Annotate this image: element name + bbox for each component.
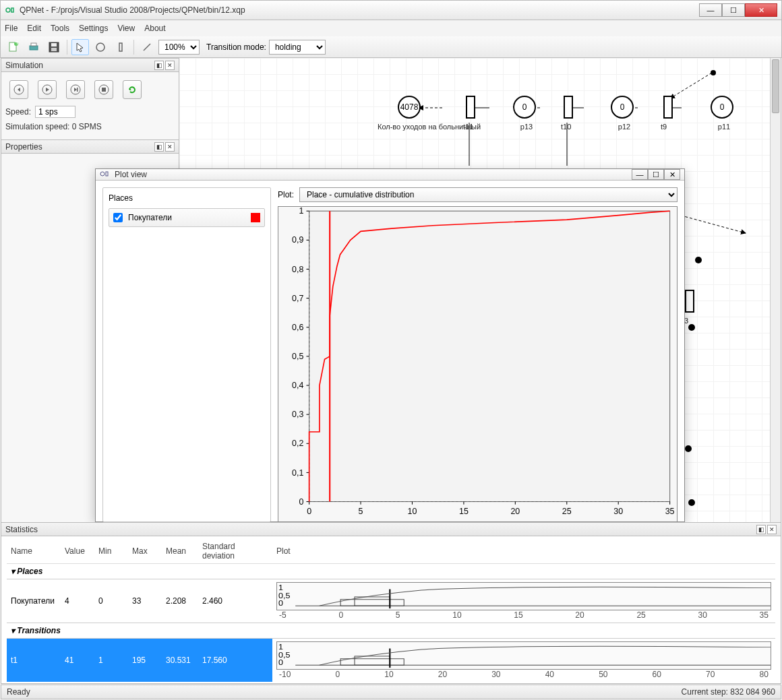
svg-point-31: [688, 324, 695, 331]
svg-point-33: [688, 499, 695, 506]
maximize-button[interactable]: ☐: [722, 3, 745, 17]
new-doc-icon[interactable]: +: [5, 39, 22, 55]
mini-plot[interactable]: 10,50: [276, 641, 771, 670]
minimize-button[interactable]: —: [699, 3, 722, 17]
svg-rect-35: [106, 172, 108, 176]
place-p11[interactable]: 0: [711, 96, 733, 119]
mini-plot[interactable]: 10,50: [276, 582, 771, 610]
plot-minimize-button[interactable]: —: [632, 169, 648, 180]
svg-point-30: [695, 257, 702, 263]
table-row[interactable]: Покупатели40332.2082.460 10,50 -50510152…: [7, 579, 775, 623]
svg-rect-11: [119, 43, 122, 51]
col-max[interactable]: Max: [128, 539, 162, 564]
svg-rect-18: [102, 88, 106, 92]
plot-maximize-button[interactable]: ☐: [648, 169, 664, 180]
undock-icon[interactable]: ◧: [154, 61, 164, 70]
svg-text:0: 0: [278, 658, 283, 667]
menu-view[interactable]: View: [117, 24, 135, 33]
col-name[interactable]: Name: [7, 539, 61, 564]
close-button[interactable]: ✕: [745, 3, 777, 17]
transition-tool-icon[interactable]: [112, 39, 129, 55]
menu-about[interactable]: About: [144, 24, 165, 33]
place-p12[interactable]: 0: [611, 96, 634, 119]
group-places[interactable]: ▾ Places: [7, 564, 775, 579]
play-button[interactable]: [38, 80, 57, 99]
transition-t9[interactable]: [663, 96, 673, 119]
arc-tool-icon[interactable]: [138, 39, 156, 55]
svg-rect-9: [51, 48, 57, 51]
simulation-title: Simulation: [5, 61, 43, 70]
chart-area[interactable]: 00,10,20,30,40,50,60,70,80,9105101520253…: [278, 206, 678, 522]
transition-t11[interactable]: [466, 96, 475, 119]
plot-view-window[interactable]: Plot view — ☐ ✕ Places Покупатели Plot: …: [95, 168, 685, 522]
svg-line-25: [670, 73, 712, 98]
svg-point-29: [711, 70, 716, 75]
svg-rect-5: [30, 46, 38, 50]
close-panel-icon[interactable]: ✕: [767, 525, 777, 534]
properties-title: Properties: [5, 142, 42, 152]
svg-text:+: +: [15, 41, 20, 47]
undock-icon[interactable]: ◧: [756, 525, 766, 534]
print-icon[interactable]: [25, 39, 42, 55]
speed-input[interactable]: [35, 106, 76, 118]
table-row-selected[interactable]: t141119530.53117.560 10,50 -100102030405…: [7, 639, 775, 682]
place-tool-icon[interactable]: [92, 39, 109, 55]
speed-label: Speed:: [5, 107, 31, 117]
step-forward-button[interactable]: [66, 80, 85, 99]
col-sd[interactable]: Standard deviation: [198, 539, 272, 564]
status-step: Current step: 832 084 960: [682, 687, 775, 697]
menu-file[interactable]: File: [5, 24, 18, 33]
titlebar: QPNet - F:/projs/Visual Studio 2008/Proj…: [0, 0, 782, 20]
place-p13[interactable]: 0: [513, 96, 536, 119]
app-icon: [5, 5, 16, 15]
place-p4078[interactable]: 4078: [398, 96, 421, 119]
col-plot[interactable]: Plot: [272, 539, 775, 564]
mini-axis: -505101520253035: [276, 610, 771, 620]
menu-settings[interactable]: Settings: [79, 24, 108, 33]
menu-tools[interactable]: Tools: [51, 24, 69, 33]
zoom-select[interactable]: 100%: [158, 40, 200, 55]
transition-label: t10: [561, 123, 571, 131]
col-value[interactable]: Value: [61, 539, 94, 564]
menu-edit[interactable]: Edit: [27, 24, 41, 33]
series-checkbox[interactable]: [113, 213, 123, 222]
col-mean[interactable]: Mean: [162, 539, 198, 564]
col-min[interactable]: Min: [94, 539, 128, 564]
statistics-panel: Statistics ◧ ✕ Name Value Min Max Mean S…: [1, 522, 781, 684]
series-item[interactable]: Покупатели: [109, 208, 265, 227]
svg-line-12: [144, 44, 150, 51]
sim-speed-text: Simulation speed: 0 SPMS: [5, 122, 102, 131]
svg-rect-89: [355, 656, 390, 665]
plot-view-title: Plot view: [115, 170, 632, 179]
svg-text:25: 25: [562, 507, 572, 516]
svg-text:15: 15: [459, 507, 469, 516]
undock-icon[interactable]: ◧: [154, 142, 164, 152]
svg-point-32: [685, 445, 692, 452]
transition-t3[interactable]: [685, 290, 694, 313]
close-panel-icon[interactable]: ✕: [165, 61, 175, 70]
place-label: p13: [493, 123, 560, 131]
transition-mode-select[interactable]: holding: [269, 40, 326, 55]
transition-t10[interactable]: [564, 96, 573, 119]
close-panel-icon[interactable]: ✕: [165, 142, 175, 152]
save-icon[interactable]: [45, 39, 63, 55]
plot-type-select[interactable]: Place - cumulative distribution: [299, 187, 678, 202]
plot-close-button[interactable]: ✕: [664, 169, 680, 180]
svg-point-0: [6, 8, 10, 12]
transition-mode-label: Transition mode:: [206, 42, 266, 52]
svg-text:0: 0: [278, 599, 283, 608]
refresh-button[interactable]: [123, 80, 142, 99]
group-transitions[interactable]: ▾ Transitions: [7, 623, 775, 639]
svg-text:30: 30: [613, 507, 623, 516]
svg-text:0,7: 0,7: [292, 294, 303, 303]
step-back-button[interactable]: [9, 80, 28, 99]
statusbar: Ready Current step: 832 084 960: [1, 685, 781, 699]
pointer-tool-icon[interactable]: [71, 39, 89, 55]
table-row[interactable]: 10,5: [7, 682, 775, 683]
svg-text:35: 35: [665, 507, 675, 516]
svg-text:0,6: 0,6: [292, 323, 303, 332]
stop-button[interactable]: [94, 80, 113, 99]
svg-text:5: 5: [359, 507, 363, 516]
svg-text:0,3: 0,3: [292, 410, 303, 419]
svg-point-10: [96, 43, 104, 51]
